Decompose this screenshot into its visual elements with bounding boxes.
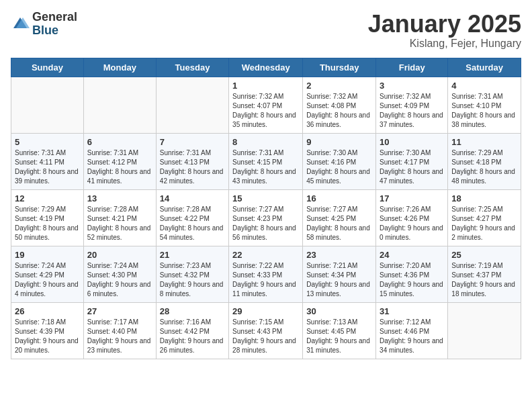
day-info: Sunrise: 7:31 AM Sunset: 4:11 PM Dayligh… — [15, 148, 80, 186]
day-number: 16 — [306, 193, 372, 203]
day-info: Sunrise: 7:19 AM Sunset: 4:37 PM Dayligh… — [451, 261, 517, 299]
day-number: 25 — [451, 250, 517, 260]
day-number: 17 — [380, 193, 444, 203]
day-info: Sunrise: 7:32 AM Sunset: 4:09 PM Dayligh… — [380, 92, 444, 130]
day-info: Sunrise: 7:22 AM Sunset: 4:33 PM Dayligh… — [232, 261, 299, 299]
calendar-cell: 28Sunrise: 7:16 AM Sunset: 4:42 PM Dayli… — [156, 302, 228, 359]
calendar-cell: 31Sunrise: 7:12 AM Sunset: 4:46 PM Dayli… — [376, 302, 448, 359]
calendar-cell: 15Sunrise: 7:27 AM Sunset: 4:23 PM Dayli… — [229, 189, 303, 246]
day-info: Sunrise: 7:29 AM Sunset: 4:19 PM Dayligh… — [15, 205, 80, 242]
calendar-cell: 12Sunrise: 7:29 AM Sunset: 4:19 PM Dayli… — [11, 189, 84, 246]
calendar-cell: 18Sunrise: 7:25 AM Sunset: 4:27 PM Dayli… — [448, 189, 521, 246]
day-info: Sunrise: 7:24 AM Sunset: 4:29 PM Dayligh… — [15, 261, 80, 299]
calendar-cell: 9Sunrise: 7:30 AM Sunset: 4:16 PM Daylig… — [303, 133, 376, 189]
weekday-header-friday: Friday — [376, 58, 448, 77]
day-number: 12 — [15, 193, 80, 203]
day-number: 24 — [380, 250, 444, 260]
day-info: Sunrise: 7:12 AM Sunset: 4:46 PM Dayligh… — [380, 318, 444, 355]
day-info: Sunrise: 7:31 AM Sunset: 4:13 PM Dayligh… — [160, 148, 225, 186]
day-number: 9 — [306, 137, 372, 147]
day-number: 11 — [451, 137, 517, 147]
day-number: 1 — [232, 81, 299, 91]
day-number: 15 — [232, 193, 299, 203]
day-info: Sunrise: 7:23 AM Sunset: 4:32 PM Dayligh… — [160, 261, 225, 299]
calendar-cell: 29Sunrise: 7:15 AM Sunset: 4:43 PM Dayli… — [229, 302, 303, 359]
day-number: 26 — [15, 306, 80, 316]
day-number: 31 — [380, 306, 444, 316]
logo: General Blue — [11, 11, 77, 38]
day-number: 28 — [160, 306, 225, 316]
calendar-cell: 14Sunrise: 7:28 AM Sunset: 4:22 PM Dayli… — [156, 189, 228, 246]
day-number: 3 — [380, 81, 444, 91]
day-info: Sunrise: 7:18 AM Sunset: 4:39 PM Dayligh… — [15, 318, 80, 355]
day-info: Sunrise: 7:24 AM Sunset: 4:30 PM Dayligh… — [87, 261, 152, 299]
day-number: 29 — [232, 306, 299, 316]
calendar-cell: 21Sunrise: 7:23 AM Sunset: 4:32 PM Dayli… — [156, 246, 228, 302]
calendar-header: SundayMondayTuesdayWednesdayThursdayFrid… — [11, 58, 521, 77]
day-number: 20 — [87, 250, 152, 260]
day-info: Sunrise: 7:32 AM Sunset: 4:07 PM Dayligh… — [232, 92, 299, 130]
day-number: 4 — [451, 81, 517, 91]
calendar-week-3: 12Sunrise: 7:29 AM Sunset: 4:19 PM Dayli… — [11, 189, 521, 246]
day-info: Sunrise: 7:28 AM Sunset: 4:21 PM Dayligh… — [87, 205, 152, 242]
day-info: Sunrise: 7:13 AM Sunset: 4:45 PM Dayligh… — [306, 318, 372, 355]
day-number: 5 — [15, 137, 80, 147]
logo-icon — [11, 15, 30, 34]
calendar-cell: 22Sunrise: 7:22 AM Sunset: 4:33 PM Dayli… — [229, 246, 303, 302]
page-header: General Blue January 2025 Kislang, Fejer… — [11, 11, 521, 50]
calendar-week-1: 1Sunrise: 7:32 AM Sunset: 4:07 PM Daylig… — [11, 77, 521, 133]
calendar-cell — [83, 77, 156, 133]
day-number: 8 — [232, 137, 299, 147]
calendar-cell: 23Sunrise: 7:21 AM Sunset: 4:34 PM Dayli… — [303, 246, 376, 302]
day-info: Sunrise: 7:15 AM Sunset: 4:43 PM Dayligh… — [232, 318, 299, 355]
day-number: 22 — [232, 250, 299, 260]
calendar-cell: 2Sunrise: 7:32 AM Sunset: 4:08 PM Daylig… — [303, 77, 376, 133]
weekday-header-monday: Monday — [83, 58, 156, 77]
day-number: 7 — [160, 137, 225, 147]
day-info: Sunrise: 7:30 AM Sunset: 4:16 PM Dayligh… — [306, 148, 372, 186]
weekday-header-row: SundayMondayTuesdayWednesdayThursdayFrid… — [11, 58, 521, 77]
calendar-cell: 24Sunrise: 7:20 AM Sunset: 4:36 PM Dayli… — [376, 246, 448, 302]
calendar-week-4: 19Sunrise: 7:24 AM Sunset: 4:29 PM Dayli… — [11, 246, 521, 302]
day-info: Sunrise: 7:26 AM Sunset: 4:26 PM Dayligh… — [380, 205, 444, 242]
calendar-cell: 5Sunrise: 7:31 AM Sunset: 4:11 PM Daylig… — [11, 133, 84, 189]
calendar-cell — [156, 77, 228, 133]
calendar-body: 1Sunrise: 7:32 AM Sunset: 4:07 PM Daylig… — [11, 77, 521, 359]
day-info: Sunrise: 7:29 AM Sunset: 4:18 PM Dayligh… — [451, 148, 517, 186]
weekday-header-thursday: Thursday — [303, 58, 376, 77]
calendar-cell: 16Sunrise: 7:27 AM Sunset: 4:25 PM Dayli… — [303, 189, 376, 246]
day-info: Sunrise: 7:17 AM Sunset: 4:40 PM Dayligh… — [87, 318, 152, 355]
calendar-week-5: 26Sunrise: 7:18 AM Sunset: 4:39 PM Dayli… — [11, 302, 521, 359]
calendar-cell — [11, 77, 84, 133]
day-number: 10 — [380, 137, 444, 147]
weekday-header-saturday: Saturday — [448, 58, 521, 77]
calendar-cell: 10Sunrise: 7:30 AM Sunset: 4:17 PM Dayli… — [376, 133, 448, 189]
calendar-cell: 8Sunrise: 7:31 AM Sunset: 4:15 PM Daylig… — [229, 133, 303, 189]
logo-blue: Blue — [32, 24, 77, 38]
calendar-cell: 27Sunrise: 7:17 AM Sunset: 4:40 PM Dayli… — [83, 302, 156, 359]
day-number: 13 — [87, 193, 152, 203]
calendar-cell: 7Sunrise: 7:31 AM Sunset: 4:13 PM Daylig… — [156, 133, 228, 189]
calendar-cell: 3Sunrise: 7:32 AM Sunset: 4:09 PM Daylig… — [376, 77, 448, 133]
day-info: Sunrise: 7:16 AM Sunset: 4:42 PM Dayligh… — [160, 318, 225, 355]
day-number: 14 — [160, 193, 225, 203]
day-number: 23 — [306, 250, 372, 260]
day-info: Sunrise: 7:28 AM Sunset: 4:22 PM Dayligh… — [160, 205, 225, 242]
logo-text: General Blue — [32, 11, 77, 38]
day-info: Sunrise: 7:31 AM Sunset: 4:12 PM Dayligh… — [87, 148, 152, 186]
location: Kislang, Fejer, Hungary — [368, 38, 521, 50]
day-info: Sunrise: 7:21 AM Sunset: 4:34 PM Dayligh… — [306, 261, 372, 299]
day-info: Sunrise: 7:27 AM Sunset: 4:25 PM Dayligh… — [306, 205, 372, 242]
calendar-cell: 13Sunrise: 7:28 AM Sunset: 4:21 PM Dayli… — [83, 189, 156, 246]
calendar-cell: 4Sunrise: 7:31 AM Sunset: 4:10 PM Daylig… — [448, 77, 521, 133]
calendar-cell: 1Sunrise: 7:32 AM Sunset: 4:07 PM Daylig… — [229, 77, 303, 133]
day-number: 18 — [451, 193, 517, 203]
calendar-cell — [448, 302, 521, 359]
logo-general: General — [32, 11, 77, 24]
day-info: Sunrise: 7:27 AM Sunset: 4:23 PM Dayligh… — [232, 205, 299, 242]
day-info: Sunrise: 7:30 AM Sunset: 4:17 PM Dayligh… — [380, 148, 444, 186]
calendar-cell: 25Sunrise: 7:19 AM Sunset: 4:37 PM Dayli… — [448, 246, 521, 302]
day-info: Sunrise: 7:31 AM Sunset: 4:15 PM Dayligh… — [232, 148, 299, 186]
weekday-header-wednesday: Wednesday — [229, 58, 303, 77]
title-block: January 2025 Kislang, Fejer, Hungary — [368, 11, 521, 50]
